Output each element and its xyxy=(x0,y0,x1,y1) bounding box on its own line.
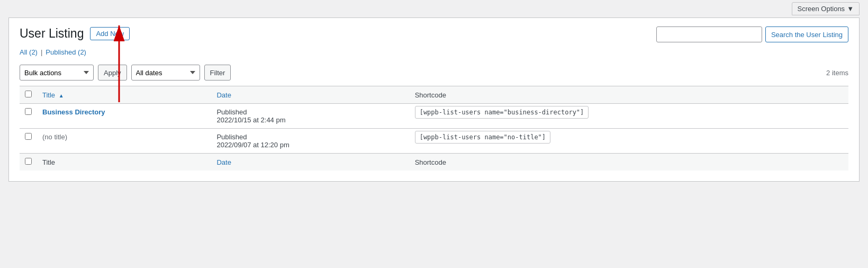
table-row: (no title) Published 2022/09/07 at 12:20… xyxy=(20,129,848,154)
dates-select[interactable]: All dates xyxy=(131,65,200,81)
col-header-shortcode: Shortcode xyxy=(410,86,848,104)
row1-date-value: 2022/10/15 at 2:44 pm xyxy=(216,116,285,124)
footer-checkbox-cell xyxy=(20,154,37,171)
row1-date-status: Published xyxy=(216,108,247,116)
row1-shortcode: [wppb-list-users name="business-director… xyxy=(415,106,589,119)
add-new-button[interactable]: Add New xyxy=(90,27,130,40)
page-title: User Listing xyxy=(20,26,84,41)
row1-checkbox-cell xyxy=(20,104,37,129)
row1-checkbox[interactable] xyxy=(25,108,32,115)
bulk-actions-select[interactable]: Bulk actions Edit Move to Trash xyxy=(20,65,94,81)
select-all-checkbox[interactable] xyxy=(25,91,32,97)
search-button[interactable]: Search the User Listing xyxy=(765,26,848,42)
row2-date-status: Published xyxy=(216,133,247,141)
footer-col-date[interactable]: Date xyxy=(211,154,409,171)
screen-options-label: Screen Options xyxy=(798,5,845,13)
search-input[interactable] xyxy=(656,26,762,42)
col-header-title[interactable]: Title ▲ xyxy=(37,86,211,104)
sort-arrow-title: ▲ xyxy=(59,93,64,99)
controls-row: Bulk actions Edit Move to Trash Apply Al… xyxy=(20,65,848,81)
screen-options-button[interactable]: Screen Options ▼ xyxy=(792,2,860,15)
footer-select-all-checkbox[interactable] xyxy=(25,158,32,165)
row2-checkbox[interactable] xyxy=(25,133,32,140)
footer-col-shortcode: Shortcode xyxy=(410,154,848,171)
select-all-cell xyxy=(20,86,37,104)
filter-link-published[interactable]: Published (2) xyxy=(46,48,86,56)
col-shortcode-label: Shortcode xyxy=(415,91,446,99)
row2-shortcode: [wppb-list-users name="no-title"] xyxy=(415,131,550,144)
screen-options-arrow: ▼ xyxy=(847,5,854,13)
footer-shortcode-label: Shortcode xyxy=(415,158,446,166)
footer-title-label: Title xyxy=(42,158,55,166)
table-row: Business Directory Published 2022/10/15 … xyxy=(20,104,848,129)
apply-button[interactable]: Apply xyxy=(98,65,127,81)
table-header-row: Title ▲ Date Shortcode xyxy=(20,86,848,104)
row1-title-cell: Business Directory xyxy=(37,104,211,129)
footer-date-label: Date xyxy=(216,158,231,166)
row1-title-link[interactable]: Business Directory xyxy=(42,108,105,116)
row2-title-cell: (no title) xyxy=(37,129,211,154)
col-date-label: Date xyxy=(216,91,231,99)
filter-sep: | xyxy=(41,48,42,56)
filter-links: All (2) | Published (2) xyxy=(20,48,130,56)
row1-date-cell: Published 2022/10/15 at 2:44 pm xyxy=(211,104,409,129)
row2-date-cell: Published 2022/09/07 at 12:20 pm xyxy=(211,129,409,154)
listing-table: Title ▲ Date Shortcode xyxy=(20,86,848,171)
row2-date-value: 2022/09/07 at 12:20 pm xyxy=(216,141,289,149)
search-area: Search the User Listing xyxy=(656,26,848,42)
row2-checkbox-cell xyxy=(20,129,37,154)
row2-shortcode-cell: [wppb-list-users name="no-title"] xyxy=(410,129,848,154)
row1-shortcode-cell: [wppb-list-users name="business-director… xyxy=(410,104,848,129)
filter-button[interactable]: Filter xyxy=(204,65,231,81)
items-count: 2 items xyxy=(826,69,848,77)
filter-link-all[interactable]: All (2) xyxy=(20,48,38,56)
col-header-date[interactable]: Date xyxy=(211,86,409,104)
col-title-label: Title xyxy=(42,91,55,99)
footer-col-title: Title xyxy=(37,154,211,171)
row2-title-text: (no title) xyxy=(42,133,67,141)
table-footer-row: Title Date Shortcode xyxy=(20,154,848,171)
